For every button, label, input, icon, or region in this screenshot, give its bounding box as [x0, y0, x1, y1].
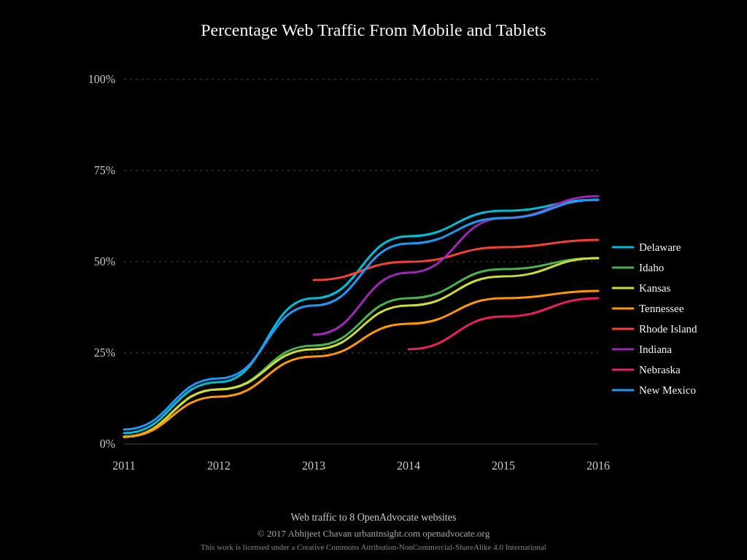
svg-text:Rhode Island: Rhode Island — [639, 323, 697, 335]
svg-text:2014: 2014 — [397, 459, 420, 472]
svg-text:25%: 25% — [94, 346, 115, 359]
chart-title: Percentage Web Traffic From Mobile and T… — [201, 20, 546, 40]
svg-text:2015: 2015 — [492, 459, 515, 472]
svg-text:2011: 2011 — [112, 459, 135, 472]
svg-text:0%: 0% — [100, 438, 115, 450]
chart-credit: © 2017 Abhijeet Chavan urbaninsight.com … — [258, 528, 489, 540]
svg-text:Indiana: Indiana — [639, 343, 672, 355]
svg-text:75%: 75% — [94, 164, 115, 176]
svg-text:2012: 2012 — [207, 459, 231, 472]
svg-text:100%: 100% — [88, 73, 115, 85]
svg-text:2016: 2016 — [587, 459, 610, 472]
svg-text:50%: 50% — [94, 255, 115, 268]
chart-area: 0%25%50%75%100%201120122013201420152016D… — [0, 47, 747, 512]
chart-container: Percentage Web Traffic From Mobile and T… — [0, 0, 747, 560]
svg-text:Nebraska: Nebraska — [639, 364, 681, 376]
chart-subtitle: Web traffic to 8 OpenAdvocate websites — [291, 512, 457, 524]
svg-text:Idaho: Idaho — [639, 262, 664, 273]
svg-text:Delaware: Delaware — [639, 241, 681, 253]
chart-license: This work is licensed under a Creative C… — [201, 542, 546, 551]
svg-text:Kansas: Kansas — [639, 282, 670, 294]
svg-text:New Mexico: New Mexico — [639, 384, 696, 396]
svg-text:Tennessee: Tennessee — [639, 303, 684, 314]
svg-text:2013: 2013 — [302, 459, 325, 472]
